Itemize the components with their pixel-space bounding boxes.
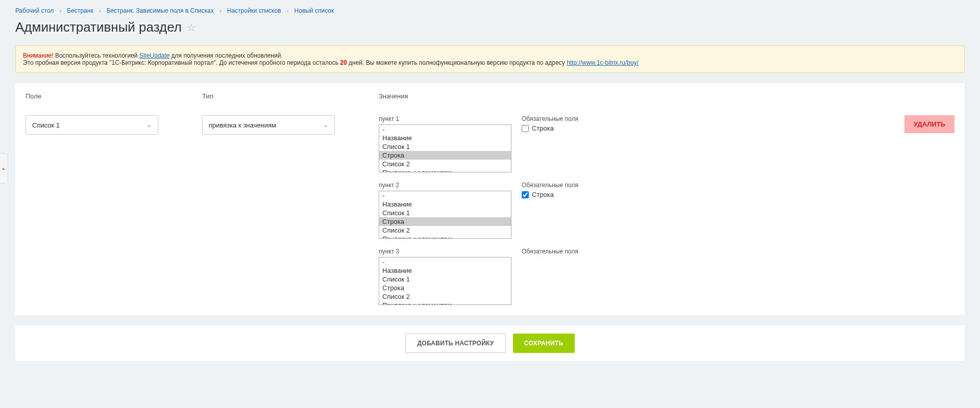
field-multiselect[interactable]: -НазваниеСписок 1СтрокаСписок 2Привязка …: [379, 124, 511, 172]
required-checkbox-label: Строка: [532, 124, 554, 132]
multiselect-option[interactable]: -: [379, 258, 511, 266]
multiselect-option[interactable]: Привязка к элементам: [379, 235, 511, 239]
required-fields-label: Обязательные поля: [522, 248, 578, 255]
type-select[interactable]: привязка к значениям ⌄: [202, 115, 335, 135]
value-block-label: пункт 1: [379, 115, 511, 122]
breadcrumb-item[interactable]: Настройки списков: [227, 7, 281, 14]
column-header-type: Тип: [202, 92, 379, 100]
footer-buttons: ДОБАВИТЬ НАСТРОЙКУ СОХРАНИТЬ: [15, 325, 965, 361]
multiselect-option[interactable]: Строка: [379, 217, 511, 226]
multiselect-option[interactable]: Список 2: [379, 160, 511, 168]
favorite-star-icon[interactable]: ☆: [187, 21, 196, 34]
breadcrumb: Рабочий стол › Бестранк › Бестранк. Зави…: [15, 0, 965, 19]
column-header-values: Значения: [379, 92, 954, 100]
required-fields-label: Обязательные поля: [522, 182, 578, 189]
chevron-down-icon: ⌄: [323, 121, 328, 129]
value-block: пункт 2-НазваниеСписок 1СтрокаСписок 2Пр…: [379, 182, 954, 239]
multiselect-option[interactable]: Привязка к элементам: [379, 168, 511, 172]
required-fields-label: Обязательные поля: [522, 115, 578, 122]
multiselect-option[interactable]: -: [379, 191, 511, 200]
buy-link[interactable]: http://www.1c-bitrix.ru/buy/: [567, 59, 639, 66]
breadcrumb-item[interactable]: Рабочий стол: [15, 7, 54, 14]
notice-text: для получения последних обновлений.: [169, 52, 282, 59]
chevron-right-icon: ›: [60, 8, 61, 14]
chevron-right-icon: ›: [219, 8, 221, 14]
collapse-handle[interactable]: ▸: [0, 153, 8, 184]
notice-text: Воспользуйтесь технологией: [54, 52, 139, 59]
chevron-right-icon: ›: [99, 8, 101, 14]
multiselect-option[interactable]: Название: [379, 134, 511, 142]
value-block: пункт 1-НазваниеСписок 1СтрокаСписок 2Пр…: [379, 115, 954, 172]
days-remaining: 20: [340, 59, 347, 66]
multiselect-option[interactable]: Список 1: [379, 275, 511, 284]
multiselect-option[interactable]: Привязка к элементам: [379, 301, 511, 305]
multiselect-option[interactable]: Строка: [379, 151, 511, 160]
multiselect-option[interactable]: Название: [379, 266, 511, 275]
value-block-label: пункт 2: [379, 182, 511, 189]
value-block: пункт 3-НазваниеСписок 1СтрокаСписок 2Пр…: [379, 248, 954, 305]
multiselect-option[interactable]: Строка: [379, 284, 511, 292]
type-select-value: привязка к значениям: [209, 121, 276, 129]
value-block-label: пункт 3: [379, 248, 511, 255]
breadcrumb-item[interactable]: Бестранк: [67, 7, 93, 14]
required-checkbox[interactable]: [522, 191, 529, 198]
multiselect-option[interactable]: -: [379, 125, 511, 134]
field-multiselect[interactable]: -НазваниеСписок 1СтрокаСписок 2Привязка …: [379, 257, 511, 305]
settings-panel: Поле Тип Значения Список 1 ⌄ привязка к …: [15, 83, 965, 315]
delete-button[interactable]: УДАЛИТЬ: [904, 115, 954, 133]
chevron-down-icon: ⌄: [146, 121, 152, 129]
multiselect-option[interactable]: Название: [379, 200, 511, 209]
notice-text: дней. Вы можете купить полнофункциональн…: [347, 59, 567, 66]
save-button[interactable]: СОХРАНИТЬ: [513, 334, 575, 353]
multiselect-option[interactable]: Список 2: [379, 292, 511, 301]
trial-notice: Внимание! Воспользуйтесь технологией Sit…: [15, 45, 965, 73]
required-checkbox-label: Строка: [532, 191, 554, 198]
page-title: Административный раздел: [15, 19, 182, 35]
multiselect-option[interactable]: Список 1: [379, 209, 511, 217]
field-multiselect[interactable]: -НазваниеСписок 1СтрокаСписок 2Привязка …: [379, 191, 511, 239]
chevron-right-icon: ›: [287, 8, 288, 14]
breadcrumb-item[interactable]: Бестранк. Зависимые поля в Списках: [107, 7, 214, 14]
required-checkbox[interactable]: [522, 125, 529, 132]
multiselect-option[interactable]: Список 1: [379, 142, 511, 151]
notice-warn-label: Внимание!: [23, 52, 54, 59]
field-select[interactable]: Список 1 ⌄: [26, 115, 158, 135]
multiselect-option[interactable]: Список 2: [379, 226, 511, 235]
add-setting-button[interactable]: ДОБАВИТЬ НАСТРОЙКУ: [405, 334, 505, 353]
breadcrumb-item[interactable]: Новый список: [295, 7, 334, 14]
notice-text: Это пробная версия продукта "1С-Битрикс:…: [23, 59, 340, 66]
field-select-value: Список 1: [32, 121, 60, 129]
siteupdate-link[interactable]: SiteUpdate: [139, 52, 169, 59]
column-header-field: Поле: [26, 92, 202, 100]
